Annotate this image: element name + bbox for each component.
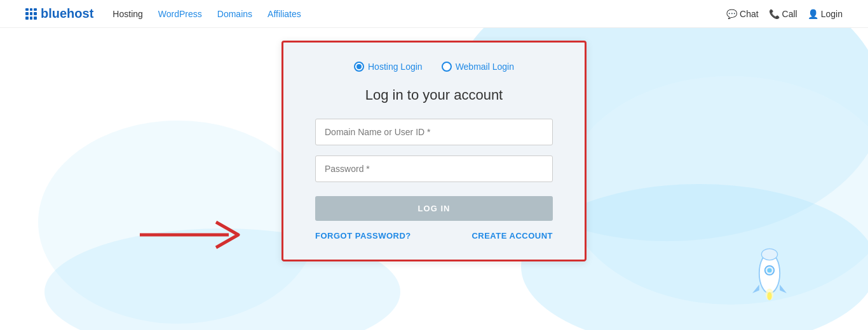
domain-field-wrapper (315, 119, 553, 145)
bottom-links: FORGOT PASSWORD? CREATE ACCOUNT (315, 231, 553, 241)
svg-marker-9 (752, 285, 759, 294)
create-account-link[interactable]: CREATE ACCOUNT (471, 231, 553, 241)
nav-hosting[interactable]: Hosting (112, 9, 142, 19)
webmail-radio[interactable] (442, 62, 452, 72)
logo-text: bluehost (41, 6, 93, 21)
domain-input[interactable] (315, 119, 553, 145)
logo-grid-icon (25, 8, 37, 20)
webmail-login-option[interactable]: Webmail Login (442, 62, 514, 72)
red-arrow (140, 216, 254, 254)
password-field-wrapper (315, 155, 553, 182)
user-icon: 👤 (808, 9, 818, 19)
webmail-login-label: Webmail Login (456, 62, 514, 72)
nav-links: Hosting WordPress Domains Affiliates (112, 9, 726, 19)
login-type-row: Hosting Login Webmail Login (315, 62, 553, 72)
nav-affiliates[interactable]: Affiliates (268, 9, 301, 19)
login-card: Hosting Login Webmail Login Log in to yo… (281, 41, 587, 261)
nav-domains[interactable]: Domains (217, 9, 252, 19)
login-label: Login (821, 9, 843, 19)
svg-marker-10 (780, 285, 787, 294)
login-button[interactable]: LOG IN (315, 196, 553, 221)
svg-point-13 (767, 292, 771, 300)
page-content: Hosting Login Webmail Login Log in to yo… (0, 28, 868, 261)
logo[interactable]: bluehost (25, 6, 93, 21)
svg-point-8 (767, 268, 771, 272)
call-label: Call (782, 9, 797, 19)
forgot-password-link[interactable]: FORGOT PASSWORD? (315, 231, 411, 241)
hosting-login-option[interactable]: Hosting Login (354, 62, 423, 72)
login-link[interactable]: 👤 Login (808, 9, 843, 19)
login-title: Log in to your account (315, 87, 553, 103)
password-input[interactable] (315, 155, 553, 182)
chat-label: Chat (740, 9, 759, 19)
hosting-login-label: Hosting Login (368, 62, 423, 72)
hosting-radio[interactable] (354, 62, 364, 72)
nav-right: 💬 Chat 📞 Call 👤 Login (726, 9, 843, 19)
nav-wordpress[interactable]: WordPress (158, 9, 202, 19)
chat-icon: 💬 (726, 9, 737, 19)
call-link[interactable]: 📞 Call (769, 9, 797, 19)
call-icon: 📞 (769, 9, 780, 19)
chat-link[interactable]: 💬 Chat (726, 9, 759, 19)
navbar: bluehost Hosting WordPress Domains Affil… (0, 0, 868, 28)
